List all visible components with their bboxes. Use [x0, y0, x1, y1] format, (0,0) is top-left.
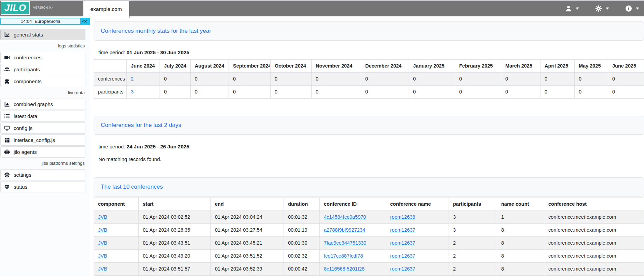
month-column-header: February 2025 — [455, 60, 501, 73]
cell: 3 — [449, 224, 497, 237]
row-label-cell: participants — [94, 86, 127, 99]
sidebar-item-label: interface_config.js — [14, 137, 55, 143]
component-link[interactable]: JVB — [98, 214, 107, 220]
value-cell: 0 — [501, 73, 540, 86]
settings-menu-button[interactable] — [595, 5, 609, 12]
cell: room12637 — [386, 250, 449, 263]
heart-pulse-icon — [4, 184, 10, 190]
month-column-header: November 2024 — [312, 60, 361, 73]
cell: 01 Apr 2024 03:26:35 — [139, 224, 211, 237]
value-cell: 0 — [229, 86, 271, 99]
monthly-stats-title-link[interactable]: Conferences monthly stats for the last y… — [101, 28, 211, 34]
cell: 01 Apr 2024 03:27:54 — [211, 224, 284, 237]
last2days-title-link[interactable]: Conferences for the last 2 days — [101, 122, 181, 128]
cell: 2 — [449, 250, 497, 263]
value-cell: 0 — [575, 86, 608, 99]
monthly-count-link[interactable]: 3 — [131, 89, 134, 95]
time-period-value: 24 Jun 2025 - 26 Jun 2025 — [127, 144, 189, 149]
value-cell: 0 — [361, 86, 409, 99]
conference-id-link[interactable]: 7fae9ce344751330 — [324, 240, 366, 246]
component-link[interactable]: JVB — [98, 266, 107, 272]
sidebar-item-latest-data[interactable]: latest data — [0, 111, 85, 122]
cell: 4c14584fce9a5970 — [320, 211, 386, 224]
caret-down-icon — [576, 8, 579, 10]
value-cell: 0 — [608, 73, 644, 86]
sidebar-item-label: settings — [14, 172, 31, 178]
value-cell: 0 — [361, 73, 409, 86]
monthly-count-link[interactable]: 2 — [131, 76, 134, 82]
sidebar-item-combined-graphs[interactable]: combined graphs — [0, 99, 85, 110]
value-cell: 0 — [191, 86, 229, 99]
component-link[interactable]: JVB — [98, 227, 107, 233]
conference-id-link[interactable]: fce17ce887fcdf78 — [324, 253, 363, 259]
list-icon — [4, 113, 10, 119]
last10-title-link[interactable]: The last 10 conferences — [101, 184, 163, 190]
sidebar-item-config-js[interactable]: config.js — [0, 122, 85, 134]
cell: conference.meet.example.com — [544, 237, 644, 250]
topbar: JILO VERSION 0.4 example.com — [0, 0, 644, 16]
puzzle-icon — [4, 78, 10, 85]
cell: 8 — [497, 237, 544, 250]
sidebar-item-interface-config-js[interactable]: interface_config.js — [0, 134, 85, 146]
value-cell: 0 — [160, 86, 191, 99]
sidebar-item-general-stats[interactable]: general stats — [0, 29, 85, 40]
cell: conference.meet.example.com — [544, 263, 644, 276]
table-row: participants3000000000000 — [94, 86, 644, 99]
conference-name-link[interactable]: room12637 — [390, 253, 415, 259]
no-records-message: No matching records found. — [98, 156, 644, 162]
sidebar-item-conferences[interactable]: conferences — [0, 52, 85, 63]
info-menu-button[interactable] — [625, 5, 639, 12]
cell: 01 Apr 2024 03:52:39 — [211, 263, 284, 276]
cell: JVB — [94, 263, 139, 276]
sidebar-item-label: latest data — [14, 113, 37, 119]
conference-name-link[interactable]: room12636 — [390, 214, 415, 220]
sidebar-item-label: jilo agents — [14, 149, 37, 155]
sidebar-item-jilo-agents[interactable]: jilo agents — [0, 146, 85, 158]
platform-tab[interactable]: example.com — [83, 1, 129, 18]
sidebar-item-settings[interactable]: settings — [0, 169, 85, 180]
sidebar-collapse-button[interactable]: << — [80, 18, 89, 24]
sidebar-item-participants[interactable]: participants — [0, 64, 85, 75]
conference-name-link[interactable]: room12637 — [390, 227, 415, 233]
column-header: duration — [284, 198, 320, 211]
sidebar-section-label: logs statistics — [0, 43, 85, 49]
clock-display: 14:04 Europe/Sofia — [1, 18, 80, 24]
component-link[interactable]: JVB — [98, 253, 107, 259]
component-link[interactable]: JVB — [98, 240, 107, 246]
row-label-cell: conferences — [94, 73, 127, 86]
column-header: conference name — [386, 198, 449, 211]
month-column-header: May 2025 — [575, 60, 608, 73]
column-header: start — [139, 198, 211, 211]
conference-id-link[interactable]: 8c116568f5201f28 — [324, 266, 365, 272]
sidebar-item-label: config.js — [14, 125, 32, 131]
table-row: JVB01 Apr 2024 03:26:3501 Apr 2024 03:27… — [94, 224, 644, 237]
sidebar-item-label: general stats — [14, 32, 43, 38]
clock-timezone: Europe/Sofia — [35, 19, 60, 24]
month-column-header — [94, 60, 127, 73]
conference-id-link[interactable]: 4c14584fce9a5970 — [324, 214, 366, 220]
user-icon — [565, 5, 572, 12]
month-column-header: October 2024 — [271, 60, 312, 73]
clock-time: 14:04 — [21, 19, 32, 24]
cell: JVB — [94, 224, 139, 237]
sidebar-item-components[interactable]: components — [0, 76, 85, 87]
conference-name-link[interactable]: room12637 — [390, 266, 415, 272]
conference-name-link[interactable]: room12637 — [390, 240, 415, 246]
table-row: JVB01 Apr 2024 03:02:5201 Apr 2024 03:04… — [94, 211, 644, 224]
table-header-row: June 2024July 2024August 2024September 2… — [94, 60, 644, 73]
cell: 3 — [449, 211, 497, 224]
sidebar-nav: general statslogs statisticsconferencesp… — [0, 29, 85, 193]
cell: conference.meet.example.com — [544, 224, 644, 237]
table-row: conferences2000000000000 — [94, 73, 644, 86]
cell: room12637 — [386, 224, 449, 237]
value-cell: 0 — [160, 73, 191, 86]
cell: JVB — [94, 250, 139, 263]
value-cell: 0 — [455, 86, 501, 99]
user-menu-button[interactable] — [565, 5, 579, 12]
conference-id-link[interactable]: a2788f9bf9927234 — [324, 227, 365, 233]
cell: 8 — [497, 224, 544, 237]
sidebar-item-status[interactable]: status — [0, 181, 85, 192]
cell: 1 — [497, 211, 544, 224]
month-column-header: December 2024 — [361, 60, 409, 73]
sidebar-section-label: live data — [0, 90, 85, 96]
